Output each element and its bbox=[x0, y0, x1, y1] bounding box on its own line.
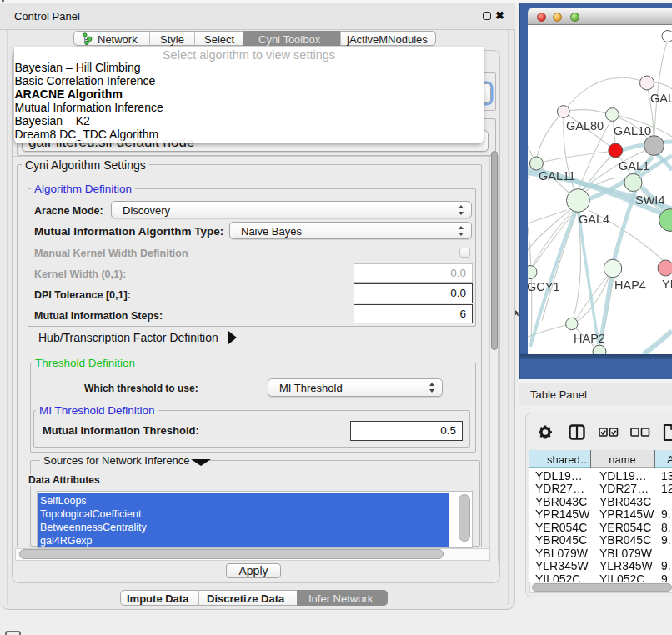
svg-text:YM: YM bbox=[662, 278, 672, 291]
svg-text:HAP2: HAP2 bbox=[574, 332, 605, 345]
svg-text:GAL10: GAL10 bbox=[614, 124, 651, 138]
svg-text:GCY1: GCY1 bbox=[528, 280, 560, 293]
svg-text:GAL1: GAL1 bbox=[619, 159, 649, 172]
svg-text:GAL80: GAL80 bbox=[566, 119, 604, 132]
svg-text:GAL11: GAL11 bbox=[539, 169, 575, 182]
svg-text:HAP4: HAP4 bbox=[614, 278, 646, 292]
svg-text:SWI4: SWI4 bbox=[635, 193, 664, 207]
svg-text:GAL7: GAL7 bbox=[650, 92, 672, 105]
svg-text:GAL4: GAL4 bbox=[579, 212, 609, 226]
